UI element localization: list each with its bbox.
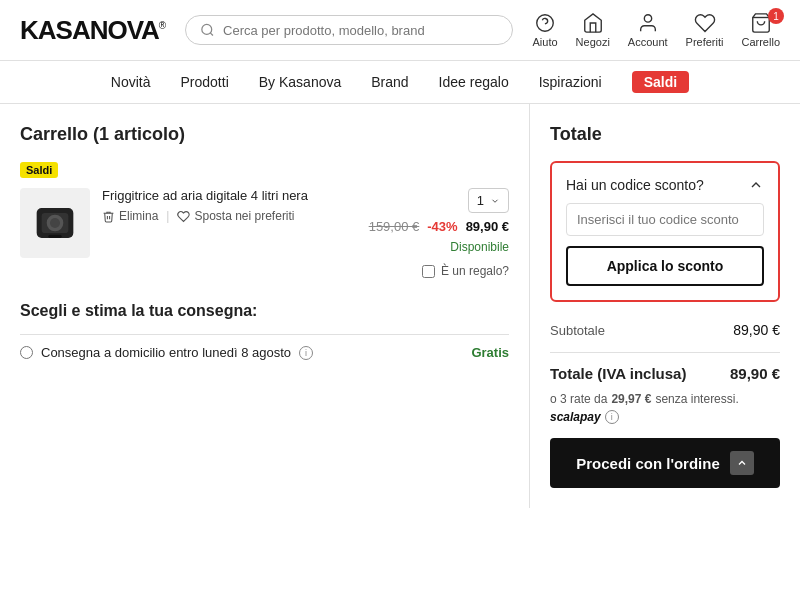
aiuto-button[interactable]: Aiuto [533,12,558,48]
cart-badge: 1 [768,8,784,24]
main-nav: Novità Prodotti By Kasanova Brand Idee r… [0,61,800,104]
procedi-button[interactable]: Procedi con l'ordine [550,438,780,488]
air-fryer-icon [30,198,80,248]
total-value: 89,90 € [730,365,780,382]
scalapay-text: o 3 rate da [550,392,607,406]
search-input[interactable] [223,23,497,38]
price-row: 159,00 € -43% 89,90 € [369,219,509,234]
subtotal-row: Subtotale 89,90 € [550,318,780,338]
discount-code-input[interactable] [566,203,764,236]
product-image [20,188,90,258]
svg-rect-10 [48,235,61,238]
scalapay-logo: scalapay [550,410,601,424]
apply-discount-button[interactable]: Applica lo sconto [566,246,764,286]
delivery-left: Consegna a domicilio entro lunedì 8 agos… [20,345,313,360]
cart-title: Carrello (1 articolo) [20,124,509,145]
product-name: Friggitrice ad aria digitale 4 litri ner… [102,188,357,203]
nav-by-kasanova[interactable]: By Kasanova [259,74,342,90]
preferiti-button[interactable]: Preferiti [686,12,724,48]
totale-title: Totale [550,124,780,145]
negozi-icon [582,12,604,34]
carrello-button[interactable]: 1 Carrello [741,12,780,48]
main-content: Carrello (1 articolo) Saldi Friggitrice … [0,104,800,508]
svg-point-4 [644,15,651,22]
discount-header-text: Hai un codice sconto? [566,177,704,193]
negozi-button[interactable]: Negozi [576,12,610,48]
delivery-title: Scegli e stima la tua consegna: [20,302,509,320]
cart-item-actions: Elimina | Sposta nei preferiti [102,209,357,223]
cart-item-right: 1 159,00 € -43% 89,90 € Disponibile È un… [369,188,509,278]
header: KASANOVA® Aiuto Negozi Account Preferiti… [0,0,800,61]
wishlist-button[interactable]: Sposta nei preferiti [177,209,294,223]
subtotal-value: 89,90 € [733,322,780,338]
heart-icon [177,210,190,223]
cart-item-details: Friggitrice ad aria digitale 4 litri ner… [102,188,357,223]
totale-section: Totale Hai un codice sconto? Applica lo … [530,104,800,508]
chevron-up-icon [748,177,764,193]
cart-section: Carrello (1 articolo) Saldi Friggitrice … [0,104,530,508]
quantity-selector[interactable]: 1 [468,188,509,213]
svg-point-0 [202,24,212,34]
nav-saldi[interactable]: Saldi [632,71,689,93]
total-label: Totale (IVA inclusa) [550,365,686,382]
nav-brand[interactable]: Brand [371,74,408,90]
logo: KASANOVA® [20,15,165,46]
delivery-label: Consegna a domicilio entro lunedì 8 agos… [41,345,291,360]
delivery-price: Gratis [471,345,509,360]
nav-ispirazioni[interactable]: Ispirazioni [539,74,602,90]
old-price: 159,00 € [369,219,420,234]
delivery-section: Scegli e stima la tua consegna: Consegna… [20,302,509,370]
scalapay-amount: 29,97 € [611,392,651,406]
svg-point-2 [537,15,554,32]
delete-button[interactable]: Elimina [102,209,158,223]
nav-prodotti[interactable]: Prodotti [181,74,229,90]
preferiti-icon [694,12,716,34]
regalo-row: È un regalo? [422,264,509,278]
search-bar[interactable] [185,15,512,45]
discount-header[interactable]: Hai un codice sconto? [566,177,764,193]
discount-box: Hai un codice sconto? Applica lo sconto [550,161,780,302]
account-icon [637,12,659,34]
account-button[interactable]: Account [628,12,668,48]
availability-status: Disponibile [450,240,509,254]
procedi-chevron-icon [730,451,754,475]
nav-idee-regalo[interactable]: Idee regalo [439,74,509,90]
subtotal-label: Subtotale [550,323,605,338]
trash-icon [102,210,115,223]
saldi-badge: Saldi [20,162,58,178]
scalapay-row: o 3 rate da 29,97 € senza interessi. sca… [550,392,780,424]
scalapay-info-icon[interactable]: i [605,410,619,424]
aiuto-icon [534,12,556,34]
total-row: Totale (IVA inclusa) 89,90 € [550,352,780,382]
svg-point-9 [50,218,60,228]
svg-line-1 [210,33,213,36]
delivery-option: Consegna a domicilio entro lunedì 8 agos… [20,334,509,370]
regalo-checkbox[interactable] [422,265,435,278]
header-icons: Aiuto Negozi Account Preferiti 1 Carrell… [533,12,781,48]
chevron-down-icon [490,196,500,206]
new-price: 89,90 € [466,219,509,234]
cart-item: Friggitrice ad aria digitale 4 litri ner… [20,188,509,278]
delivery-info-icon[interactable]: i [299,346,313,360]
nav-novita[interactable]: Novità [111,74,151,90]
discount-badge: -43% [427,219,457,234]
scalapay-suffix: senza interessi. [655,392,738,406]
search-icon [200,22,215,38]
delivery-radio[interactable] [20,346,33,359]
